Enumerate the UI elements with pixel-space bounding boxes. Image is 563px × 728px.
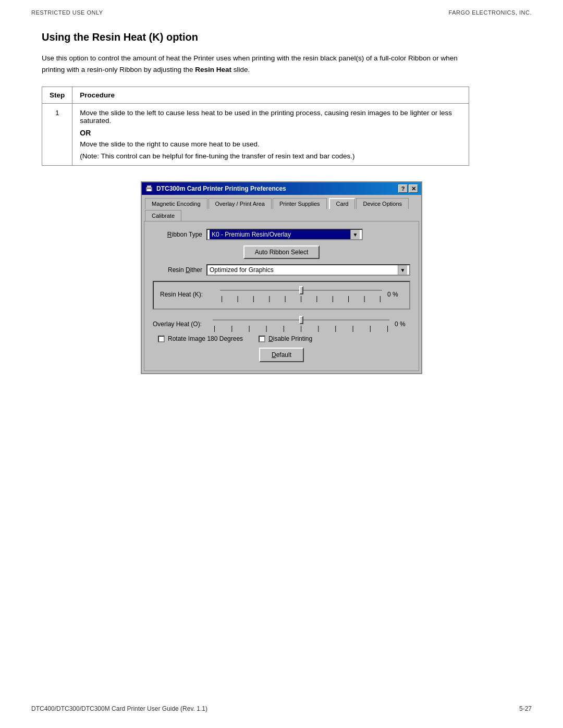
default-btn-label: Default [272,351,291,359]
page-footer: DTC400/DTC300/DTC300M Card Printer User … [0,705,563,712]
ribbon-selected-value: K0 - Premium Resin/Overlay [210,230,350,239]
tab-card[interactable]: Card [329,198,356,209]
printer-icon [145,184,153,193]
table-col-step: Step [42,87,72,104]
ribbon-type-select[interactable]: K0 - Premium Resin/Overlay ▼ [206,229,363,240]
rotate-checkbox[interactable] [158,336,165,342]
proc-text-2: Move the slide to the right to cause mor… [80,140,259,148]
resin-dither-select[interactable]: Optimized for Graphics ▼ [206,264,410,276]
resin-dither-dropdown-arrow[interactable]: ▼ [398,265,407,275]
tick: | [352,325,354,332]
overlay-heat-ticks: | | | | | | | | | | | [213,325,389,332]
tab-calibrate[interactable]: Calibrate [145,210,181,221]
tick: | [285,295,286,302]
section-title: Using the Resin Heat (K) option [42,31,521,43]
tick: | [387,325,388,332]
resin-dither-label: Resin Dither [153,266,202,274]
page-header: Restricted Use Only Fargo Electronics, I… [0,0,563,16]
step-content: Move the slide to the left to cause less… [72,104,469,166]
note-text: (Note: This control can be helpful for f… [80,152,461,160]
resin-heat-ticks: | | | | | | | | | | | [220,295,382,302]
tab-magnetic-encoding[interactable]: Magnetic Encoding [145,198,207,209]
or-text: OR [80,129,461,137]
resin-heat-row: Resin Heat (K): | | | | | [160,286,403,302]
tab-overlay-print-area[interactable]: Overlay / Print Area [209,198,272,209]
dialog-titlebar-buttons: ? ✕ [398,184,418,193]
disable-label: Disable Printing [268,335,312,342]
resin-heat-value: 0 % [387,291,403,298]
default-button[interactable]: Default [259,348,304,362]
resin-dither-value: Optimized for Graphics [210,266,398,274]
tick: | [380,295,381,302]
auto-ribbon-button[interactable]: Auto Ribbon Select [243,245,320,259]
overlay-heat-row: Overlay Heat (O): | | | | | [153,316,410,332]
tick: | [317,325,319,332]
proc-text-1: Move the slide to the left to cause less… [80,109,452,125]
rotate-label: Rotate Image 180 Degrees [168,335,243,342]
tick: | [332,295,334,302]
dialog-title: DTC300m Card Printer Printing Preference… [156,185,286,192]
tick: | [300,295,302,302]
svg-rect-1 [147,186,151,188]
resin-heat-line [220,290,382,291]
dialog-titlebar-left: DTC300m Card Printer Printing Preference… [145,184,286,193]
svg-rect-2 [147,189,151,191]
resin-heat-section: Resin Heat (K): | | | | | [153,281,410,310]
overlay-heat-slider-wrapper: | | | | | | | | | | | [213,316,389,332]
dialog-body: Ribbon Type K0 - Premium Resin/Overlay ▼… [144,221,419,371]
tick: | [348,295,349,302]
disable-checkbox-item: Disable Printing [259,335,312,342]
tab-device-options[interactable]: Device Options [356,198,409,209]
rotate-checkbox-item: Rotate Image 180 Degrees [158,335,243,342]
checkbox-row: Rotate Image 180 Degrees Disable Printin… [153,335,410,342]
intro-text-end: slide. [231,66,250,73]
tick: | [300,325,302,332]
tick: | [221,295,223,302]
overlay-heat-label: Overlay Heat (O): [153,320,207,328]
step-number: 1 [42,104,72,166]
intro-paragraph: Use this option to control the amount of… [42,53,469,75]
tick: | [253,295,254,302]
tick: | [214,325,215,332]
footer-left: DTC400/DTC300/DTC300M Card Printer User … [31,705,207,712]
tick: | [363,295,365,302]
tick: | [268,295,270,302]
resin-heat-track[interactable] [220,286,382,294]
header-right: Fargo Electronics, Inc. [449,9,532,16]
intro-bold: Resin Heat [195,66,231,73]
resin-heat-slider-wrapper: | | | | | | | | | | | [220,286,382,302]
overlay-heat-track[interactable] [213,316,389,324]
page-content: Using the Resin Heat (K) option Use this… [0,16,563,395]
tick: | [283,325,285,332]
tick: | [237,295,238,302]
dialog-window: DTC300m Card Printer Printing Preference… [141,181,422,374]
default-btn-row: Default [153,348,410,362]
ribbon-dropdown-arrow[interactable]: ▼ [350,230,360,239]
overlay-heat-line [213,319,389,320]
tick: | [335,325,336,332]
help-button[interactable]: ? [398,184,408,193]
table-row: 1 Move the slide to the left to cause le… [42,104,469,166]
resin-heat-thumb[interactable] [299,286,303,294]
table-col-procedure: Procedure [72,87,469,104]
procedure-table: Step Procedure 1 Move the slide to the l… [42,87,469,166]
tick: | [316,295,317,302]
header-left: Restricted Use Only [31,9,103,16]
tick: | [370,325,371,332]
tab-printer-supplies[interactable]: Printer Supplies [273,198,327,209]
disable-checkbox[interactable] [259,336,265,342]
overlay-heat-section: Overlay Heat (O): | | | | | [153,316,410,332]
resin-heat-label: Resin Heat (K): [160,291,215,298]
ribbon-type-label: Ribbon Type [153,231,202,238]
overlay-heat-value: 0 % [395,320,410,328]
tick: | [231,325,232,332]
tick: | [248,325,250,332]
resin-dither-row: Resin Dither Optimized for Graphics ▼ [153,264,410,276]
overlay-heat-thumb[interactable] [299,316,303,324]
dialog-titlebar: DTC300m Card Printer Printing Preference… [142,182,421,195]
tick: | [266,325,267,332]
ribbon-label-text: Ribbon Type [167,231,202,238]
close-button[interactable]: ✕ [409,184,418,193]
dialog-tabs: Magnetic Encoding Overlay / Print Area P… [142,195,421,221]
ribbon-type-row: Ribbon Type K0 - Premium Resin/Overlay ▼ [153,229,410,240]
